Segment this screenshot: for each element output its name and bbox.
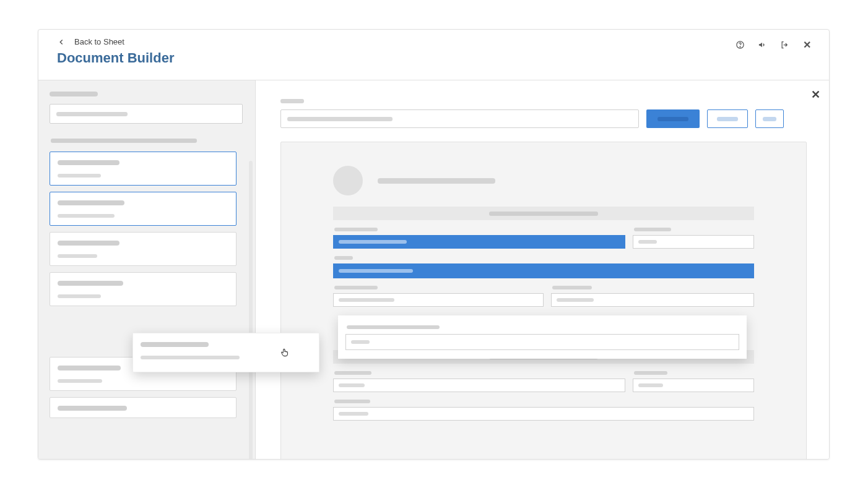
help-icon[interactable] <box>735 40 745 49</box>
field-label <box>347 325 440 329</box>
svg-point-1 <box>740 46 740 47</box>
field-label <box>334 286 378 289</box>
field <box>333 252 754 278</box>
field-label <box>334 371 371 375</box>
field-label <box>334 228 378 231</box>
field-input[interactable] <box>551 293 754 307</box>
sidebar-card-list <box>50 152 237 418</box>
item-title <box>141 342 209 347</box>
document-preview <box>280 142 807 459</box>
cursor-hand-icon <box>279 347 290 358</box>
sign-out-icon[interactable] <box>779 40 789 49</box>
field-row <box>333 396 754 421</box>
sidebar-item[interactable] <box>50 272 237 306</box>
document-section <box>333 207 754 307</box>
field <box>633 367 754 392</box>
field-row <box>333 282 754 307</box>
field <box>633 224 754 249</box>
header-left: Back to Sheet Document Builder <box>57 37 174 66</box>
header: Back to Sheet Document Builder ✕ <box>38 30 829 80</box>
field <box>551 282 754 307</box>
panel-close-icon[interactable]: ✕ <box>811 88 820 101</box>
back-label: Back to Sheet <box>74 37 124 46</box>
item-subtitle <box>58 254 97 258</box>
field-row <box>333 224 754 249</box>
field <box>333 282 544 307</box>
placeholder <box>351 340 370 344</box>
megaphone-icon[interactable] <box>757 40 767 49</box>
item-title <box>58 366 121 370</box>
main-inner <box>256 80 829 459</box>
item-subtitle <box>141 356 240 359</box>
field-label <box>334 256 353 260</box>
header-actions: ✕ <box>735 37 812 49</box>
item-subtitle <box>58 214 115 218</box>
field-input[interactable] <box>633 379 754 392</box>
arrow-left-icon <box>57 38 66 46</box>
item-title <box>58 160 119 165</box>
sidebar-item[interactable] <box>50 192 237 226</box>
document-name-input[interactable] <box>280 109 639 128</box>
field-row <box>333 252 754 278</box>
document-section <box>333 350 754 421</box>
field-input[interactable] <box>333 379 625 392</box>
form-row <box>280 109 807 128</box>
field-input[interactable] <box>333 263 754 278</box>
field-input[interactable] <box>333 235 625 249</box>
page-title: Document Builder <box>57 50 174 66</box>
placeholder <box>56 112 128 116</box>
sidebar-search-input[interactable] <box>50 104 243 124</box>
field <box>333 396 754 421</box>
document-title <box>378 178 495 184</box>
btn-label <box>717 117 738 121</box>
item-title <box>58 241 119 246</box>
form-label <box>280 99 304 103</box>
field-input[interactable] <box>345 334 739 350</box>
app-frame: Back to Sheet Document Builder ✕ <box>38 29 830 460</box>
item-subtitle <box>58 379 102 383</box>
section-header <box>333 207 754 220</box>
sidebar-section-label <box>51 139 197 143</box>
item-title <box>58 281 123 286</box>
btn-label <box>763 117 776 121</box>
field-label <box>634 371 667 375</box>
main-panel: ✕ <box>256 80 829 459</box>
field-label <box>334 400 370 403</box>
tertiary-button[interactable] <box>755 109 784 128</box>
sidebar-search-label <box>50 92 98 96</box>
item-title <box>58 406 127 411</box>
field-input[interactable] <box>333 293 544 307</box>
btn-label <box>658 117 688 121</box>
body: ✕ <box>38 80 829 459</box>
primary-button[interactable] <box>646 109 700 128</box>
field-row <box>333 367 754 392</box>
floating-insert-field[interactable] <box>338 315 747 359</box>
back-to-sheet-link[interactable]: Back to Sheet <box>57 37 174 46</box>
sidebar-item[interactable] <box>50 232 237 266</box>
item-subtitle <box>58 174 101 178</box>
field-input[interactable] <box>633 235 754 249</box>
dragging-sidebar-item[interactable] <box>132 333 319 372</box>
item-subtitle <box>58 294 101 298</box>
field-label <box>552 286 592 289</box>
field <box>333 367 625 392</box>
field-input[interactable] <box>333 407 754 421</box>
field <box>333 224 625 249</box>
item-title <box>58 200 124 205</box>
placeholder <box>287 117 393 121</box>
sidebar-scrollbar[interactable] <box>249 161 253 459</box>
document-header <box>333 166 754 195</box>
sidebar-item[interactable] <box>50 397 237 418</box>
avatar <box>333 166 363 195</box>
sidebar-item[interactable] <box>50 152 237 186</box>
secondary-button[interactable] <box>707 109 748 128</box>
field-label <box>634 228 671 231</box>
sidebar <box>38 80 256 459</box>
close-icon[interactable]: ✕ <box>802 40 812 49</box>
